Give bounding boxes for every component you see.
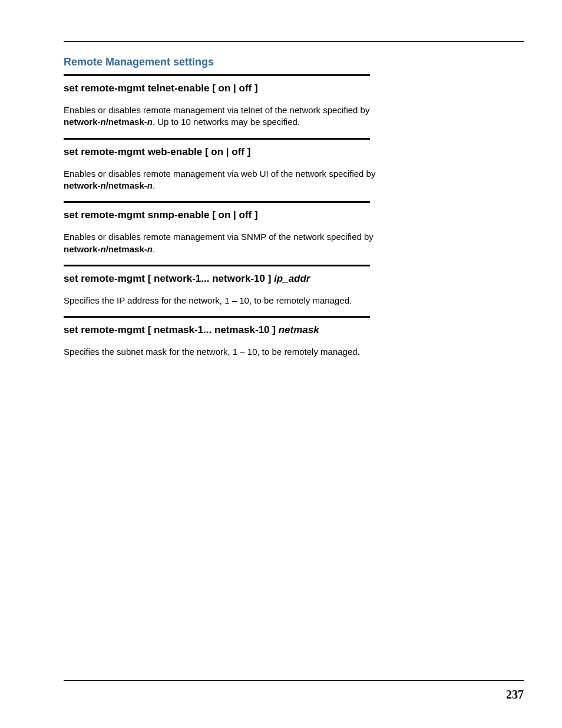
text: set remote-mgmt [ netmask-1... netmask-1… — [64, 324, 279, 335]
text: network- — [64, 244, 101, 254]
text: netmask — [279, 324, 319, 335]
cmd-heading-network: set remote-mgmt [ network-1... network-1… — [64, 272, 394, 285]
page-number: 237 — [506, 688, 524, 701]
text: network- — [64, 180, 101, 190]
section-title: Remote Management settings — [64, 56, 394, 68]
cmd-heading-telnet: set remote-mgmt telnet-enable [ on | off… — [64, 82, 394, 95]
cmd-desc-network: Specifies the IP address for the network… — [64, 295, 394, 307]
cmd-desc-telnet: Enables or disables remote management vi… — [64, 104, 394, 129]
cmd-desc-web: Enables or disables remote management vi… — [64, 168, 394, 192]
cmd-heading-web: set remote-mgmt web-enable [ on | off ] — [64, 146, 394, 159]
divider — [64, 316, 370, 318]
text: Enables or disables remote management vi… — [64, 169, 375, 179]
divider — [64, 138, 370, 140]
text: n — [147, 244, 153, 254]
text: n — [101, 244, 106, 254]
divider — [64, 265, 370, 266]
text: . — [153, 244, 155, 254]
cmd-desc-snmp: Enables or disables remote management vi… — [64, 231, 394, 255]
text: netmask- — [108, 244, 147, 254]
text: network- — [64, 117, 101, 127]
text: . Up to 10 networks may be specified. — [153, 117, 300, 127]
cmd-heading-netmask: set remote-mgmt [ netmask-1... netmask-1… — [64, 324, 394, 337]
text: n — [101, 117, 106, 127]
page: Remote Management settings set remote-mg… — [0, 0, 562, 728]
text: ip_addr — [274, 273, 310, 284]
top-rule — [64, 41, 524, 42]
text: netmask- — [108, 180, 147, 190]
text: Enables or disables remote management vi… — [64, 232, 373, 242]
text: n — [101, 180, 106, 190]
text: n — [147, 117, 153, 127]
text: set remote-mgmt [ network-1... network-1… — [64, 273, 274, 284]
bottom-rule — [64, 680, 524, 681]
text: . — [153, 180, 155, 190]
text: netmask- — [108, 117, 147, 127]
divider — [64, 74, 370, 76]
cmd-heading-snmp: set remote-mgmt snmp-enable [ on | off ] — [64, 209, 394, 222]
cmd-desc-netmask: Specifies the subnet mask for the networ… — [64, 346, 394, 358]
divider — [64, 201, 370, 203]
text: n — [147, 180, 153, 190]
content-area: Remote Management settings set remote-mg… — [64, 56, 394, 358]
text: Enables or disables remote management vi… — [64, 105, 369, 115]
